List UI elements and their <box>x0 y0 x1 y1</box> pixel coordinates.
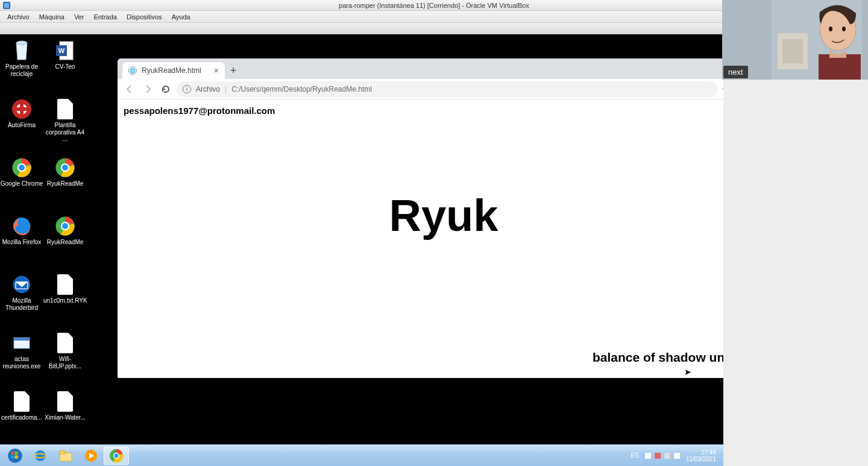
globe-icon: 🌐 <box>128 66 137 75</box>
svg-rect-44 <box>782 39 803 63</box>
svg-rect-41 <box>674 453 680 459</box>
forward-button[interactable] <box>140 82 155 96</box>
tray-flag-icon[interactable] <box>645 453 651 459</box>
thunderbird-icon <box>10 273 33 296</box>
svg-point-30 <box>35 450 46 461</box>
desktop-icon-label: Papelera de reciclaje <box>0 63 43 77</box>
svg-text:W: W <box>58 47 65 54</box>
desktop-icon-actas-reuniones[interactable]: actas reuniones.exe <box>0 332 43 370</box>
desktop-icon-label: RyukReadMe <box>43 180 87 187</box>
virtualbox-icon <box>2 1 11 10</box>
word-icon: W <box>54 39 77 62</box>
desktop-icon-label: AutoFirma <box>0 122 43 129</box>
file-icon <box>54 390 77 413</box>
svg-point-49 <box>842 27 846 31</box>
svg-rect-26 <box>11 452 14 455</box>
exe-icon <box>10 332 33 354</box>
svg-rect-1 <box>4 3 9 8</box>
menu-entrada[interactable]: Entrada <box>89 12 122 22</box>
taskbar-ie[interactable] <box>28 447 53 465</box>
tray-sound-icon[interactable] <box>664 453 670 459</box>
tray-network-icon[interactable] <box>655 453 661 459</box>
chrome-icon <box>10 156 33 179</box>
ransom-email: pessapolens1977@protonmail.com <box>124 105 723 116</box>
address-bar[interactable]: i Archivo | C:/Users/qemm/Desktop/RyukRe… <box>177 81 718 97</box>
desktop-icon-mozilla-thunderbird[interactable]: Mozilla Thunderbird <box>0 273 43 311</box>
firefox-icon <box>10 215 33 238</box>
desktop-icon-label: Google Chrome <box>0 180 43 187</box>
desktop-icon-mozilla-firefox[interactable]: Mozilla Firefox <box>0 215 43 246</box>
desktop-icon-un1c0rn[interactable]: un1c0rn.txt.RYK <box>43 273 87 304</box>
desktop-icon-label: un1c0rn.txt.RYK <box>43 297 87 304</box>
recycle-bin-icon <box>10 39 33 62</box>
svg-rect-40 <box>664 453 670 459</box>
close-icon[interactable]: × <box>204 66 219 75</box>
tray-action-icon[interactable] <box>674 453 680 459</box>
start-button[interactable] <box>2 447 28 465</box>
autofirma-icon <box>10 98 33 121</box>
system-tray: ES 17:48 11/03/2021 <box>631 449 721 462</box>
desktop-icon-label: Ximian-Water... <box>43 414 87 421</box>
taskbar-chrome[interactable] <box>104 447 129 465</box>
host-right-panel <box>723 34 868 466</box>
desktop-icon-cv-teo[interactable]: W CV-Teo <box>43 39 87 71</box>
svg-point-23 <box>62 223 68 229</box>
reload-button[interactable] <box>159 82 173 96</box>
menu-maquina[interactable]: Máquina <box>34 12 69 22</box>
desktop-icon-ryukreadme-2[interactable]: RyukReadMe <box>43 215 87 246</box>
chrome-tab-active[interactable]: 🌐 RyukReadMe.html × <box>122 62 225 79</box>
file-icon <box>54 98 77 121</box>
chrome-icon <box>54 215 77 238</box>
svg-rect-27 <box>14 452 17 455</box>
svg-point-20 <box>62 165 68 171</box>
menu-ver[interactable]: Ver <box>69 12 89 22</box>
svg-rect-47 <box>819 54 861 80</box>
desktop-icon-plantilla-corporativa[interactable]: Plantilla corporativa A4 ... <box>43 98 87 143</box>
desktop-icon-google-chrome[interactable]: Google Chrome <box>0 156 43 187</box>
svg-point-48 <box>829 27 832 31</box>
desktop-icon-label: Wifi-BitUP.pptx... <box>43 356 87 370</box>
desktop-icon-label: CV-Teo <box>43 63 87 71</box>
virtualbox-title-text: para-romper (Instantánea 11) [Corriendo]… <box>339 2 529 9</box>
file-icon <box>54 332 77 354</box>
desktop-icon-ximian-water[interactable]: Ximian-Water... <box>43 390 87 421</box>
menu-ayuda[interactable]: Ayuda <box>167 12 195 22</box>
back-button[interactable] <box>122 82 137 96</box>
desktop-icon-label: certificadoma... <box>0 414 43 421</box>
taskbar-mediaplayer[interactable] <box>78 447 104 465</box>
menu-archivo[interactable]: Archivo <box>2 12 34 22</box>
desktop-icon-recycle-bin[interactable]: Papelera de reciclaje <box>0 39 43 77</box>
webcam-overlay: next <box>722 0 868 80</box>
bookmark-star-icon[interactable]: ☆ <box>722 83 723 95</box>
chrome-content-area: pessapolens1977@protonmail.com Ryuk bala… <box>118 99 723 378</box>
taskbar-clock[interactable]: 17:48 11/03/2021 <box>686 449 716 462</box>
svg-point-37 <box>115 453 119 458</box>
svg-rect-38 <box>645 453 651 459</box>
taskbar-time: 17:48 <box>686 449 716 456</box>
svg-rect-28 <box>11 455 14 458</box>
webcam-person <box>772 0 862 80</box>
info-icon[interactable]: i <box>183 85 191 93</box>
svg-rect-33 <box>60 451 65 454</box>
chrome-icon <box>54 156 77 179</box>
svg-point-2 <box>16 41 27 45</box>
overlay-next-button[interactable]: next <box>723 66 748 78</box>
desktop-icon-certificadoma[interactable]: certificadoma... <box>0 390 43 421</box>
chrome-tab-title: RyukReadMe.html <box>142 66 201 75</box>
desktop-icon-ryukreadme-1[interactable]: RyukReadMe <box>43 156 87 187</box>
desktop-icon-autofirma[interactable]: AutoFirma <box>0 98 43 129</box>
desktop-icon-wifi-bitup[interactable]: Wifi-BitUP.pptx... <box>43 332 87 370</box>
taskbar-explorer[interactable] <box>53 447 78 465</box>
chrome-tabstrip: 🌐 RyukReadMe.html × + <box>118 58 723 79</box>
desktop-icon-label: Plantilla corporativa A4 ... <box>43 122 87 143</box>
menu-dispositivos[interactable]: Dispositivos <box>122 12 167 22</box>
desktop-icon-label: RyukReadMe <box>43 239 87 246</box>
desktop-icon-label: Mozilla Thunderbird <box>0 297 43 311</box>
guest-desktop[interactable]: Papelera de reciclaje AutoFirma Google C… <box>0 34 723 466</box>
new-tab-button[interactable]: + <box>225 62 242 79</box>
svg-rect-29 <box>14 455 17 458</box>
file-icon <box>54 273 77 296</box>
tray-icons[interactable] <box>645 453 680 459</box>
language-indicator[interactable]: ES <box>631 452 639 459</box>
chrome-window: 🌐 RyukReadMe.html × + i Archivo <box>118 58 723 378</box>
